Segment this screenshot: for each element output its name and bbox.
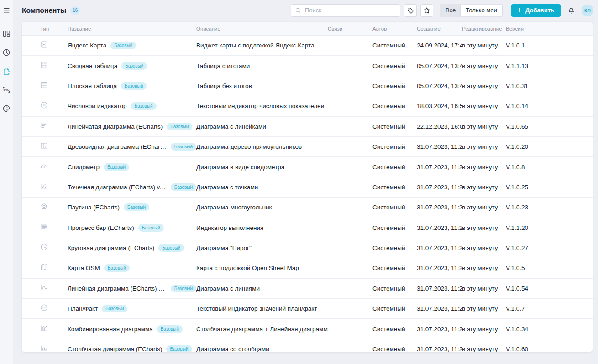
table-row[interactable]: Паутина (ECharts) Базовый Диаграмма-мног… — [22, 198, 593, 218]
component-badge: Базовый — [158, 244, 184, 252]
tags-filter-button[interactable] — [404, 4, 417, 17]
column-header-5: Автор — [372, 26, 417, 31]
notifications-button[interactable] — [567, 6, 575, 14]
table-row[interactable]: Древовидная диаграмма (ECharts) Базовый … — [22, 137, 593, 157]
component-description: Текстовый индикатор значений план/факт — [196, 305, 328, 312]
component-name: Прогресс бар (ECharts) — [68, 224, 134, 231]
component-created: 22.12.2023, 16:03 — [417, 123, 462, 130]
type-icon-cell — [22, 284, 68, 293]
table-row[interactable]: Комбинированная диаграмма Базовый Столбч… — [22, 319, 593, 339]
component-name-cell: Плоская таблица Базовый — [68, 82, 196, 90]
table-row[interactable]: Плоская таблица Базовый Таблица без итог… — [22, 76, 593, 96]
component-version: V.1.1.20 — [506, 224, 593, 231]
component-created: 24.09.2024, 17:45 — [417, 42, 462, 49]
sidebar: SVG — [0, 0, 13, 364]
sidebar-item-palette[interactable] — [1, 103, 12, 114]
component-description: Текстовый индикатор числовых показателей — [196, 103, 328, 109]
component-name: План/Факт — [68, 305, 98, 312]
component-name-cell: Столбчатая диаграмма (ECharts) Базовый — [68, 345, 196, 352]
scope-mine-button[interactable]: Только мои — [461, 5, 502, 16]
numeric-indicator-icon: 16 — [40, 101, 48, 111]
component-created: 05.07.2024, 13:45 — [417, 62, 462, 69]
component-author: Системный — [372, 244, 417, 251]
type-icon-cell — [22, 142, 68, 151]
svg-editor-icon: SVG — [2, 86, 10, 94]
search-input[interactable] — [304, 6, 397, 14]
component-author: Системный — [372, 123, 417, 130]
table-row[interactable]: Карта OSM Базовый Карта с подложкой Open… — [22, 258, 593, 278]
component-badge: Базовый — [102, 305, 127, 312]
component-edited: в эту минуту — [462, 83, 506, 89]
hamburger-icon — [3, 6, 10, 14]
component-version: V.1.0.5 — [506, 265, 593, 271]
component-created: 31.07.2023, 11:27 — [417, 326, 462, 333]
favorites-filter-button[interactable] — [420, 4, 433, 17]
component-edited: в эту минуту — [462, 123, 506, 130]
sidebar-item-pie-chart-nav[interactable] — [1, 47, 12, 58]
component-name-cell: Паутина (ECharts) Базовый — [68, 203, 196, 211]
component-version: V.1.0.27 — [506, 244, 593, 251]
component-edited: в эту минуту — [462, 204, 506, 211]
component-description: Диаграмма-дерево прямоугольников — [196, 143, 328, 150]
component-author: Системный — [372, 285, 417, 292]
component-name: Линейчатая диаграмма (ECharts) — [68, 123, 163, 130]
table-row[interactable]: Линейная диаграмма (ECharts) v 2 Базовый… — [22, 279, 593, 299]
type-icon-cell: 16 — [22, 101, 68, 111]
flat-table-icon — [40, 81, 48, 91]
component-version: V.1.0.14 — [506, 103, 593, 109]
topbar-controls: Все Только мои + Добавить КЛ — [291, 4, 593, 17]
yandex-map-icon — [40, 41, 48, 50]
component-created: 18.03.2024, 16:57 — [417, 103, 462, 109]
sidebar-nav: SVG — [0, 28, 13, 114]
component-created: 31.07.2023, 11:27 — [417, 184, 462, 191]
table-row[interactable]: Яндекс Карта Базовый Виджет карты с подл… — [22, 36, 593, 56]
plus-icon: + — [518, 6, 522, 14]
table-row[interactable]: Столбчатая диаграмма (ECharts) Базовый Д… — [22, 339, 593, 352]
add-button[interactable]: + Добавить — [511, 4, 561, 17]
component-name-cell: Линейчатая диаграмма (ECharts) Базовый — [68, 123, 196, 130]
table-header: ТипНазваниеОписаниеСвязиАвторСозданиеРед… — [22, 22, 593, 36]
component-created: 31.07.2023, 11:27 — [417, 204, 462, 211]
table-row[interactable]: Круговая диаграмма (ECharts) Базовый Диа… — [22, 238, 593, 258]
component-edited: в эту минуту — [462, 285, 506, 292]
table-row[interactable]: 75% План/Факт Базовый Текстовый индикато… — [22, 299, 593, 319]
component-badge: Базовый — [157, 325, 183, 333]
component-name-cell: Карта OSM Базовый — [68, 264, 196, 272]
table-row[interactable]: Прогресс бар (ECharts) Базовый Индикатор… — [22, 218, 593, 238]
table-row[interactable]: Точечная диаграмма (ECharts) v. 1.1.0 Ба… — [22, 177, 593, 198]
sidebar-item-dashboards[interactable] — [1, 28, 12, 39]
component-name: Столбчатая диаграмма (ECharts) — [68, 346, 162, 352]
menu-toggle-button[interactable] — [2, 6, 10, 14]
sidebar-item-components-puzzle[interactable] — [1, 66, 12, 77]
type-icon-cell — [22, 61, 68, 71]
type-icon-cell — [22, 263, 68, 273]
component-edited: в эту минуту — [462, 305, 506, 312]
table-row[interactable]: Линейчатая диаграмма (ECharts) Базовый Д… — [22, 117, 593, 137]
component-author: Системный — [372, 42, 417, 49]
svg-text:SVG: SVG — [4, 88, 10, 91]
app-root: SVG Компоненты 16 Все Только мои — [0, 0, 598, 364]
column-header-1: Тип — [22, 26, 68, 31]
component-badge: Базовый — [171, 285, 196, 292]
component-name-cell: Древовидная диаграмма (ECharts) Базовый — [68, 143, 196, 151]
type-icon-cell — [22, 122, 68, 131]
table-row[interactable]: Спидометр Базовый Диаграмма в виде спидо… — [22, 157, 593, 177]
component-edited: в эту минуту — [462, 265, 506, 271]
component-version: V.1.0.7 — [506, 305, 593, 312]
component-name-cell: Комбинированная диаграмма Базовый — [68, 325, 196, 333]
pivot-table-icon — [40, 61, 48, 71]
table-row[interactable]: Сводная таблица Базовый Таблица с итогам… — [22, 56, 593, 76]
column-header-6: Создание — [417, 26, 462, 31]
component-created: 31.07.2023, 11:27 — [417, 265, 462, 271]
component-description: Диаграмма с линиями — [196, 285, 328, 292]
component-author: Системный — [372, 224, 417, 231]
component-name: Паутина (ECharts) — [68, 204, 120, 211]
sidebar-item-svg-editor[interactable]: SVG — [1, 84, 12, 95]
user-avatar[interactable]: КЛ — [582, 5, 593, 16]
component-version: V.1.0.34 — [506, 326, 593, 333]
table-row[interactable]: 16 Числовой индикатор Базовый Текстовый … — [22, 96, 593, 116]
component-name-cell: Спидометр Базовый — [68, 163, 196, 171]
scope-all-button[interactable]: Все — [441, 5, 461, 16]
component-name: Древовидная диаграмма (ECharts) — [68, 143, 167, 150]
combo-chart-icon — [40, 324, 48, 334]
